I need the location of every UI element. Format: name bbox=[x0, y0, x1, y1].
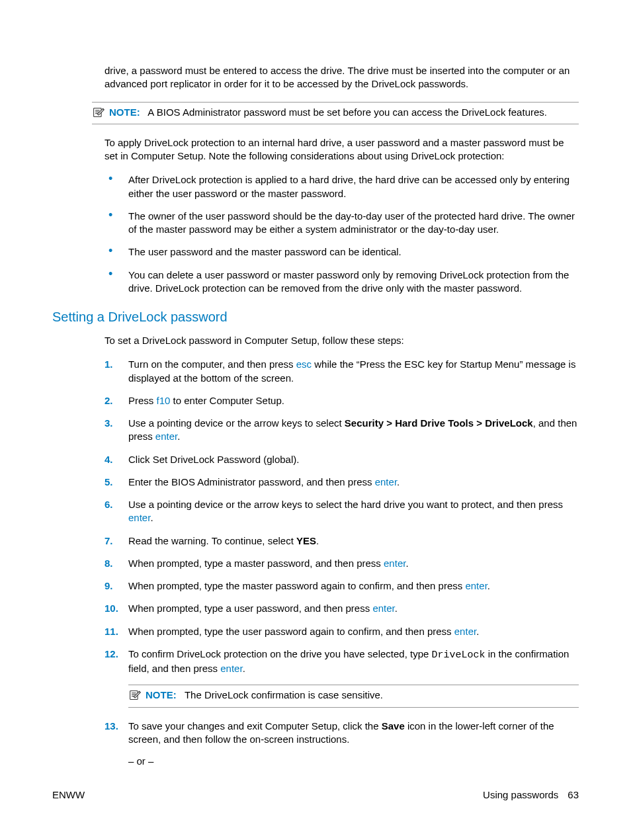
step-text: Use a pointing device or the arrow keys … bbox=[128, 417, 579, 444]
keyboard-key: f10 bbox=[157, 395, 171, 406]
bullet-marker: • bbox=[105, 269, 128, 296]
page-footer: ENWW Using passwords63 bbox=[52, 789, 579, 800]
or-text: – or – bbox=[128, 755, 579, 767]
step-13: 13. To save your changes and exit Comput… bbox=[105, 720, 579, 747]
step-number: 3. bbox=[105, 417, 128, 444]
step-text: Click Set DriveLock Password (global). bbox=[128, 453, 579, 466]
note-text: NOTE: A BIOS Administrator password must… bbox=[109, 106, 579, 119]
paragraph-after-note: To apply DriveLock protection to an inte… bbox=[105, 136, 579, 163]
step-text: When prompted, type the user password ag… bbox=[128, 625, 579, 638]
paragraph-intro-continued: drive, a password must be entered to acc… bbox=[105, 64, 579, 91]
document-page: drive, a password must be entered to acc… bbox=[0, 0, 631, 767]
note-body: The DriveLock confirmation is case sensi… bbox=[185, 689, 383, 700]
step-4: 4. Click Set DriveLock Password (global)… bbox=[105, 453, 579, 466]
setting-intro: To set a DriveLock password in Computer … bbox=[105, 334, 579, 347]
step-text: When prompted, type a master password, a… bbox=[128, 557, 579, 570]
step-number: 9. bbox=[105, 579, 128, 593]
step-11: 11. When prompted, type the user passwor… bbox=[105, 625, 579, 638]
keyboard-key: enter bbox=[128, 512, 150, 523]
mono-text: DriveLock bbox=[432, 650, 485, 661]
step-3: 3. Use a pointing device or the arrow ke… bbox=[105, 417, 579, 444]
step-number: 5. bbox=[105, 476, 128, 489]
note-case-sensitive: NOTE: The DriveLock confirmation is case… bbox=[128, 685, 579, 707]
step-6: 6. Use a pointing device or the arrow ke… bbox=[105, 498, 579, 525]
page-number: 63 bbox=[568, 789, 579, 800]
step-2: 2. Press f10 to enter Computer Setup. bbox=[105, 394, 579, 407]
step-10: 10. When prompted, type a user password,… bbox=[105, 602, 579, 615]
step-number: 11. bbox=[105, 625, 128, 638]
note-icon bbox=[128, 689, 143, 701]
footer-left: ENWW bbox=[52, 789, 85, 800]
keyboard-key: enter bbox=[375, 476, 397, 487]
note-text: NOTE: The DriveLock confirmation is case… bbox=[146, 689, 579, 702]
bullet-item: • You can delete a user password or mast… bbox=[105, 269, 579, 296]
step-1: 1. Turn on the computer, and then press … bbox=[105, 358, 579, 385]
bold-text: YES bbox=[296, 535, 316, 546]
bullet-marker: • bbox=[105, 210, 128, 237]
bullet-item: • The user password and the master passw… bbox=[105, 245, 579, 259]
step-number: 2. bbox=[105, 394, 128, 407]
note-label: NOTE: bbox=[146, 689, 177, 700]
bullet-text: The owner of the user password should be… bbox=[128, 210, 579, 237]
note-body: A BIOS Administrator password must be se… bbox=[147, 106, 547, 118]
note-label: NOTE: bbox=[109, 106, 140, 118]
keyboard-key: enter bbox=[465, 580, 487, 591]
keyboard-key: enter bbox=[372, 603, 394, 614]
bullet-list: • After DriveLock protection is applied … bbox=[105, 173, 579, 295]
step-text: Press f10 to enter Computer Setup. bbox=[128, 394, 579, 407]
step-number: 8. bbox=[105, 557, 128, 570]
keyboard-key: esc bbox=[296, 358, 312, 370]
step-number: 12. bbox=[105, 648, 128, 676]
step-text: When prompted, type the master password … bbox=[128, 579, 579, 593]
bullet-text: You can delete a user password or master… bbox=[128, 269, 579, 296]
step-text: When prompted, type a user password, and… bbox=[128, 602, 579, 615]
step-text: To save your changes and exit Computer S… bbox=[128, 720, 579, 747]
step-5: 5. Enter the BIOS Administrator password… bbox=[105, 476, 579, 489]
bullet-text: The user password and the master passwor… bbox=[128, 245, 579, 259]
menu-path: Security > Hard Drive Tools > DriveLock bbox=[345, 417, 533, 429]
step-number: 7. bbox=[105, 534, 128, 548]
step-number: 10. bbox=[105, 602, 128, 615]
step-number: 13. bbox=[105, 720, 128, 747]
keyboard-key: enter bbox=[384, 558, 405, 569]
footer-right: Using passwords63 bbox=[483, 789, 579, 800]
bullet-marker: • bbox=[105, 173, 128, 200]
note-icon bbox=[92, 106, 106, 118]
step-9: 9. When prompted, type the master passwo… bbox=[105, 579, 579, 593]
step-8: 8. When prompted, type a master password… bbox=[105, 557, 579, 570]
section-heading: Setting a DriveLock password bbox=[52, 310, 579, 325]
keyboard-key: enter bbox=[454, 626, 476, 637]
ordered-list: 1. Turn on the computer, and then press … bbox=[105, 358, 579, 767]
keyboard-key: enter bbox=[155, 431, 177, 442]
step-text: Read the warning. To continue, select YE… bbox=[128, 534, 579, 548]
step-text: Turn on the computer, and then press esc… bbox=[128, 358, 579, 385]
bullet-item: • The owner of the user password should … bbox=[105, 210, 579, 237]
bullet-item: • After DriveLock protection is applied … bbox=[105, 173, 579, 200]
step-number: 1. bbox=[105, 358, 128, 385]
keyboard-key: enter bbox=[220, 663, 242, 674]
bold-text: Save bbox=[382, 720, 405, 732]
bullet-marker: • bbox=[105, 245, 128, 259]
step-text: To confirm DriveLock protection on the d… bbox=[128, 648, 579, 676]
step-number: 4. bbox=[105, 453, 128, 466]
step-text: Use a pointing device or the arrow keys … bbox=[128, 498, 579, 525]
note-bios-admin: NOTE: A BIOS Administrator password must… bbox=[92, 102, 579, 124]
step-12: 12. To confirm DriveLock protection on t… bbox=[105, 648, 579, 676]
bullet-text: After DriveLock protection is applied to… bbox=[128, 173, 579, 200]
step-7: 7. Read the warning. To continue, select… bbox=[105, 534, 579, 548]
step-number: 6. bbox=[105, 498, 128, 525]
step-text: Enter the BIOS Administrator password, a… bbox=[128, 476, 579, 489]
